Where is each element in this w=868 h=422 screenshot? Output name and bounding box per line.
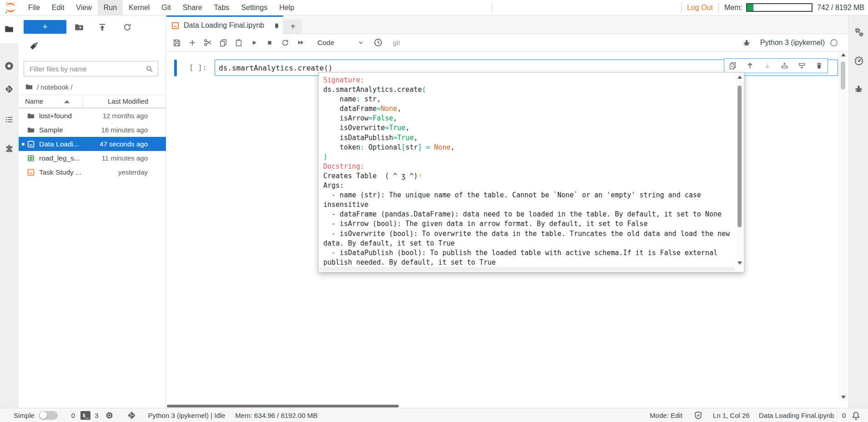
scrollbar-thumb[interactable] — [738, 85, 742, 227]
restart-run-all-button[interactable] — [294, 36, 307, 49]
tab-data-loading-final[interactable]: Data Loading Final.ipynb — [166, 15, 283, 34]
filter-files-input[interactable] — [24, 65, 145, 73]
scrollbar-thumb[interactable] — [841, 61, 845, 90]
bug-icon — [853, 84, 864, 94]
mode-indicator[interactable]: Mode: Edit — [650, 412, 682, 419]
running-sessions-tab[interactable] — [0, 57, 18, 75]
delete-cell-icon[interactable] — [813, 60, 825, 72]
run-cell-button[interactable] — [247, 36, 261, 49]
shield-check-icon[interactable] — [693, 411, 703, 420]
file-browser-tab[interactable] — [0, 20, 18, 38]
restart-kernel-button[interactable] — [278, 36, 292, 49]
menu-item-kernel[interactable]: Kernel — [123, 0, 156, 15]
copy-cells-button[interactable] — [216, 36, 230, 49]
logout-button[interactable]: Log Out — [687, 4, 713, 12]
cell-input-prompt: [ ]: — [189, 60, 207, 76]
table-of-contents-tab[interactable] — [0, 111, 18, 129]
insert-cell-above-icon[interactable] — [778, 60, 790, 72]
menu-item-file[interactable]: File — [22, 0, 46, 15]
cursor-position[interactable]: Ln 1, Col 26 — [713, 412, 750, 419]
new-folder-icon[interactable] — [74, 22, 84, 32]
menu-item-view[interactable]: View — [70, 0, 97, 15]
insert-cell-below-icon[interactable] — [796, 60, 808, 72]
scrollbar-thumb[interactable] — [167, 405, 399, 407]
upload-icon[interactable] — [97, 22, 107, 32]
cut-cells-button[interactable] — [201, 36, 215, 49]
file-name: Task Study ... — [39, 168, 118, 176]
menu-item-tabs[interactable]: Tabs — [208, 0, 236, 15]
new-launcher-button[interactable]: + — [24, 20, 66, 34]
right-activity-bar — [848, 15, 868, 408]
extension-manager-tab[interactable] — [0, 140, 18, 158]
kernel-status-circle-icon — [829, 38, 838, 47]
file-row-task-study[interactable]: Task Study ... yesterday — [19, 165, 166, 179]
menu-item-share[interactable]: Share — [177, 0, 208, 15]
checkpoint-history-icon[interactable] — [371, 36, 385, 49]
notebook-horizontal-scrollbar[interactable] — [166, 404, 848, 408]
kernel-name-button[interactable]: Python 3 (ipykernel) — [760, 39, 825, 47]
top-menu-bar: File Edit View Run Kernel Git Share Tabs… — [0, 0, 868, 15]
tooltip-text: Signature:ds.smartAnalytics.create( name… — [323, 75, 734, 267]
column-header-name[interactable]: Name — [25, 97, 43, 105]
scroll-down-arrow-icon[interactable] — [841, 396, 846, 399]
scroll-down-arrow-icon[interactable] — [738, 261, 742, 265]
new-tab-button[interactable]: + — [284, 19, 302, 34]
home-folder-icon — [25, 83, 33, 91]
cell-type-dropdown[interactable]: Code — [317, 39, 365, 47]
save-button[interactable] — [170, 36, 184, 49]
kernels-count[interactable]: 3 — [95, 412, 98, 419]
file-row-lost-found[interactable]: lost+found 12 months ago — [19, 109, 166, 123]
debugger-bug-icon[interactable] — [742, 38, 751, 47]
file-row-road-leg[interactable]: road_leg_s... 11 minutes ago — [19, 151, 166, 165]
paste-cells-button[interactable] — [232, 36, 246, 49]
cpu-chip-icon[interactable] — [105, 411, 114, 420]
main-dock-panel: Data Loading Final.ipynb + — [166, 15, 848, 408]
bell-icon[interactable] — [851, 411, 861, 420]
menu-item-run[interactable]: Run — [98, 0, 123, 15]
performance-monitor-tab[interactable] — [849, 52, 868, 70]
git-icon[interactable] — [127, 411, 136, 420]
menubar-divider — [492, 3, 492, 12]
terminals-count[interactable]: 0 — [71, 412, 75, 419]
insert-cell-button[interactable] — [186, 36, 199, 49]
git-panel-tab[interactable] — [0, 80, 18, 98]
file-row-sample[interactable]: Sample 16 minutes ago — [19, 123, 166, 137]
kernel-status-text[interactable]: Python 3 (ipykernel) | Idle — [148, 412, 226, 419]
file-modified: 11 minutes ago — [102, 154, 148, 162]
menu-item-settings[interactable]: Settings — [235, 0, 273, 15]
left-activity-bar — [0, 15, 18, 408]
interrupt-kernel-button[interactable] — [263, 36, 276, 49]
spreadsheet-icon — [27, 154, 35, 162]
file-row-data-loading-selected[interactable]: Data Loadi... 47 seconds ago — [19, 137, 166, 151]
move-cell-up-icon[interactable] — [744, 60, 756, 72]
property-inspector-tab[interactable] — [849, 23, 868, 41]
notebook-icon — [27, 140, 35, 148]
menu-item-git[interactable]: Git — [156, 0, 176, 15]
stop-circle-icon — [4, 61, 14, 71]
memory-usage-fill — [747, 4, 753, 11]
refresh-icon[interactable] — [122, 22, 132, 32]
move-cell-down-icon[interactable] — [762, 60, 773, 72]
tag-plus-icon[interactable] — [29, 42, 38, 51]
simple-mode-toggle[interactable] — [39, 411, 58, 420]
scroll-up-arrow-icon[interactable] — [841, 53, 846, 56]
column-header-last-modified[interactable]: Last Modified — [108, 97, 148, 105]
menu-item-help[interactable]: Help — [273, 0, 300, 15]
notifications-count[interactable]: 0 — [842, 412, 846, 419]
cell-collapser[interactable] — [174, 60, 177, 76]
menu-item-edit[interactable]: Edit — [46, 0, 70, 15]
sort-ascending-icon — [64, 100, 70, 103]
cell-code-text: ds.smartAnalytics.create() — [219, 64, 332, 72]
inspector-tooltip: Signature:ds.smartAnalytics.create( name… — [318, 72, 744, 272]
tooltip-vertical-scrollbar[interactable] — [736, 74, 743, 266]
breadcrumb[interactable]: / notebook / — [25, 83, 72, 91]
debugger-tab[interactable] — [849, 80, 868, 98]
notebook-vertical-scrollbar[interactable] — [839, 51, 847, 401]
terminal-icon[interactable]: $_ — [80, 411, 90, 420]
duplicate-cell-icon[interactable] — [727, 60, 739, 72]
puzzle-icon — [4, 144, 14, 154]
scroll-up-arrow-icon[interactable] — [738, 75, 742, 79]
tooltip-horizontal-scrollbar[interactable] — [320, 267, 735, 271]
file-list: lost+found 12 months ago Sample 16 minut… — [19, 109, 166, 179]
filter-files-box — [24, 61, 158, 76]
